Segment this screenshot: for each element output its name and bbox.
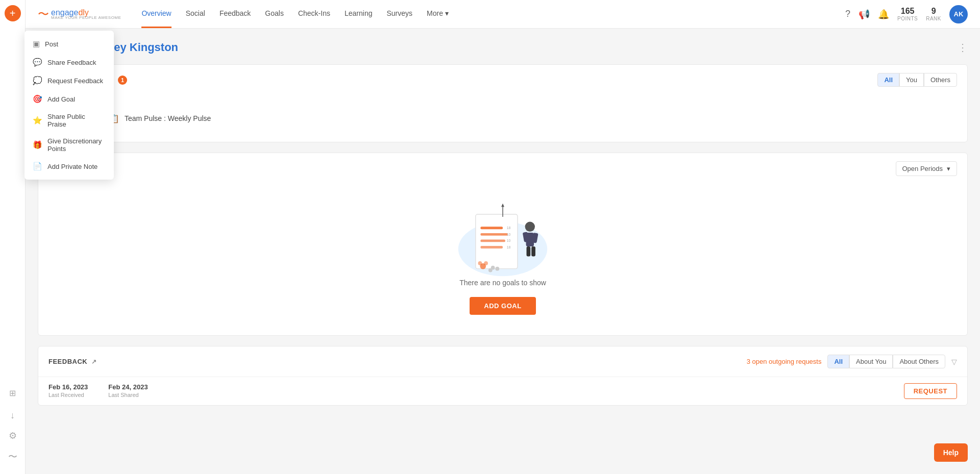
goals-illustration: 18 10 10 18: [447, 199, 559, 279]
svg-rect-5: [480, 246, 503, 248]
left-sidebar: + ▣ Post 💬 Share Feedback 💭 Request Feed…: [0, 0, 26, 474]
analytics-icon[interactable]: 〜: [8, 451, 17, 463]
feedback-external-icon: ↗: [91, 358, 97, 365]
svg-text:18: 18: [507, 245, 511, 249]
goals-header: GOALS ↗ Open Periods ▾: [38, 153, 967, 184]
dropdown-discretionary-points[interactable]: 🎁 Give Discretionary Points: [24, 133, 114, 157]
header-right: ? 📢 🔔 165 POINTS 9 RANK AK: [845, 5, 968, 23]
chevron-down-icon: ▾: [445, 9, 449, 17]
request-feedback-icon: 💭: [33, 76, 42, 85]
feedback-title: FEEDBACK ↗: [48, 358, 97, 365]
quick-add-dropdown: ▣ Post 💬 Share Feedback 💭 Request Feedba…: [24, 31, 114, 180]
svg-point-22: [495, 267, 499, 271]
pending-badge: 1: [118, 76, 127, 85]
add-button[interactable]: +: [5, 5, 21, 21]
goals-empty-text: There are no goals to show: [459, 279, 546, 287]
pending-row: Due 📅 28 Feb 2023 📋 Team Pulse : Weekly …: [48, 103, 957, 134]
pending-body: Due 📅 28 Feb 2023 📋 Team Pulse : Weekly …: [38, 95, 967, 142]
svg-point-19: [478, 261, 482, 265]
nav-more[interactable]: More ▾: [427, 0, 449, 28]
add-goal-button[interactable]: ADD GOAL: [470, 297, 535, 315]
pending-actions-header: PENDING ACTIONS 1 All You Others: [38, 65, 967, 95]
outgoing-requests-link[interactable]: 3 open outgoing requests: [747, 358, 822, 365]
svg-marker-11: [501, 204, 504, 207]
logo: 〜 engagedly MAKE YOUR PEOPLE AWESOME: [38, 7, 121, 22]
filter-tab-others[interactable]: Others: [924, 73, 957, 87]
feedback-header-right: 3 open outgoing requests All About You A…: [747, 355, 957, 368]
svg-text:10: 10: [507, 233, 511, 236]
svg-point-20: [484, 261, 488, 265]
filter-tab-all[interactable]: All: [877, 73, 899, 87]
action-item[interactable]: 📋 Team Pulse : Weekly Pulse: [100, 108, 957, 130]
feedback-filter-about-others[interactable]: About Others: [893, 355, 945, 368]
plus-icon: +: [10, 8, 16, 18]
svg-rect-17: [531, 246, 535, 256]
nav-checkins[interactable]: Check-Ins: [298, 0, 330, 28]
dropdown-request-feedback[interactable]: 💭 Request Feedback: [24, 71, 114, 90]
nav-learning[interactable]: Learning: [345, 0, 373, 28]
dropdown-private-note[interactable]: 📄 Add Private Note: [24, 157, 114, 176]
grid-icon[interactable]: ⊞: [5, 385, 21, 401]
rank-block[interactable]: 9 RANK: [926, 7, 941, 21]
dropdown-share-feedback[interactable]: 💬 Share Feedback: [24, 53, 114, 71]
pending-filter-tabs: All You Others: [877, 73, 957, 87]
dropdown-share-praise[interactable]: ⭐ Share Public Praise: [24, 108, 114, 133]
goals-empty-state: 18 10 10 18: [38, 184, 967, 335]
praise-icon: ⭐: [33, 116, 42, 125]
download-icon[interactable]: ↓: [10, 410, 15, 421]
svg-rect-2: [480, 227, 503, 229]
avatar[interactable]: AK: [949, 5, 968, 23]
megaphone-icon[interactable]: 📢: [859, 9, 870, 20]
feedback-actions: REQUEST: [904, 383, 957, 399]
svg-text:10: 10: [507, 239, 511, 242]
add-goal-icon: 🎯: [33, 94, 42, 104]
last-received-block: Feb 16, 2023 Last Received: [48, 383, 88, 399]
nav-goals[interactable]: Goals: [265, 0, 284, 28]
nav-overview[interactable]: Overview: [141, 0, 171, 28]
filter-icon[interactable]: ▽: [951, 358, 957, 366]
notifications-icon[interactable]: 🔔: [878, 9, 889, 20]
dropdown-post[interactable]: ▣ Post: [24, 35, 114, 53]
nav-surveys[interactable]: Surveys: [386, 0, 412, 28]
feedback-filter-about-you[interactable]: About You: [849, 355, 893, 368]
feedback-card: FEEDBACK ↗ 3 open outgoing requests All …: [38, 346, 968, 406]
chevron-down-icon: ▾: [947, 165, 950, 172]
svg-point-12: [525, 222, 535, 232]
note-icon: 📄: [33, 162, 42, 171]
main-content: 〜 engagedly MAKE YOUR PEOPLE AWESOME Ove…: [26, 0, 980, 474]
settings-icon[interactable]: ⚙: [9, 430, 17, 441]
svg-text:18: 18: [507, 226, 511, 230]
request-button[interactable]: REQUEST: [904, 383, 957, 399]
nav-feedback[interactable]: Feedback: [219, 0, 251, 28]
post-icon: ▣: [33, 39, 40, 48]
points-icon: 🎁: [33, 140, 42, 149]
filter-tab-you[interactable]: You: [899, 73, 924, 87]
top-header: 〜 engagedly MAKE YOUR PEOPLE AWESOME Ove…: [26, 0, 980, 29]
help-button[interactable]: Help: [934, 443, 968, 462]
page-content: Welcome Ashley Kingston ⋮ PENDING ACTION…: [26, 29, 980, 474]
period-dropdown[interactable]: Open Periods ▾: [896, 161, 958, 176]
page-more-icon[interactable]: ⋮: [958, 41, 968, 54]
nav-social[interactable]: Social: [186, 0, 205, 28]
feedback-meta: Feb 16, 2023 Last Received Feb 24, 2023 …: [38, 377, 967, 405]
feedback-filter-tabs: All About You About Others: [827, 355, 945, 368]
svg-rect-3: [480, 233, 507, 236]
logo-wave-icon: 〜: [38, 7, 49, 22]
svg-point-23: [488, 268, 493, 272]
dropdown-add-goal[interactable]: 🎯 Add Goal: [24, 90, 114, 108]
feedback-header: FEEDBACK ↗ 3 open outgoing requests All …: [38, 346, 967, 377]
points-block[interactable]: 165 POINTS: [897, 7, 918, 21]
share-feedback-icon: 💬: [33, 58, 42, 67]
help-icon[interactable]: ?: [845, 9, 850, 19]
svg-rect-4: [480, 239, 505, 242]
top-nav: Overview Social Feedback Goals Check-Ins…: [141, 0, 845, 28]
goals-card: GOALS ↗ Open Periods ▾: [38, 153, 968, 336]
last-shared-block: Feb 24, 2023 Last Shared: [108, 383, 148, 399]
svg-rect-16: [527, 246, 531, 256]
page-header: Welcome Ashley Kingston ⋮: [38, 41, 968, 54]
feedback-filter-all[interactable]: All: [827, 355, 849, 368]
pending-actions-card: PENDING ACTIONS 1 All You Others Due 📅 2…: [38, 64, 968, 142]
